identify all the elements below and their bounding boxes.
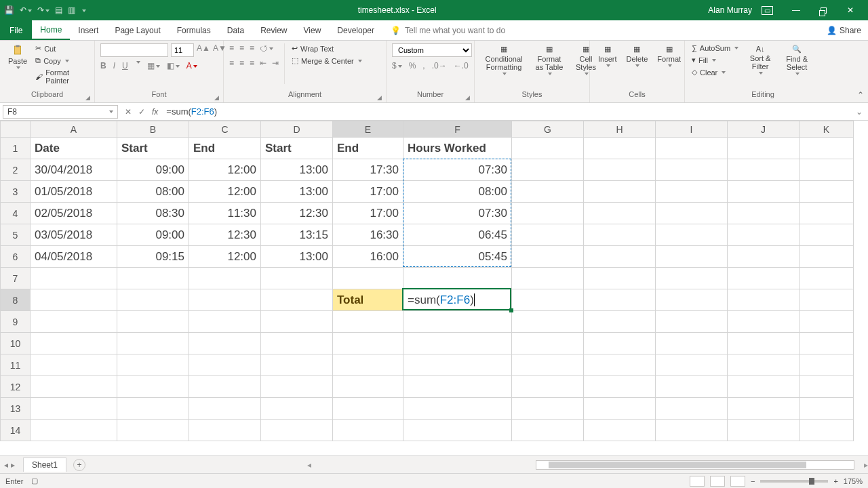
cell[interactable] — [403, 376, 512, 398]
page-layout-view-button[interactable] — [710, 476, 725, 487]
cell[interactable] — [333, 333, 403, 354]
tell-me-search[interactable]: 💡 Tell me what you want to do — [391, 20, 505, 40]
cell[interactable]: Total — [333, 289, 403, 311]
fill-button[interactable]: ▾Fill — [690, 55, 740, 65]
cell[interactable] — [800, 159, 854, 181]
column-header[interactable]: I — [656, 121, 728, 138]
cell[interactable] — [403, 268, 512, 289]
cell[interactable] — [512, 311, 584, 333]
column-header[interactable]: B — [117, 121, 189, 138]
cell[interactable]: 08:00 — [117, 181, 189, 203]
cell[interactable] — [189, 420, 261, 441]
cell[interactable] — [189, 398, 261, 420]
row-header[interactable]: 8 — [1, 289, 31, 311]
cell[interactable] — [512, 224, 584, 246]
delete-cells-button[interactable]: ▦Delete — [624, 43, 651, 68]
row-header[interactable]: 4 — [1, 203, 31, 224]
cell[interactable] — [117, 398, 189, 420]
cell[interactable] — [656, 354, 728, 376]
cell[interactable] — [728, 246, 800, 268]
copy-button[interactable]: ⧉Copy — [34, 56, 89, 66]
new-sheet-button[interactable]: + — [73, 459, 85, 471]
cell[interactable]: 08:00 — [403, 181, 512, 203]
tab-data[interactable]: Data — [219, 20, 252, 40]
cell[interactable] — [189, 311, 261, 333]
tab-view[interactable]: View — [296, 20, 330, 40]
column-header[interactable]: K — [800, 121, 854, 138]
cell[interactable] — [584, 354, 656, 376]
cell[interactable]: 17:30 — [333, 159, 403, 181]
cell[interactable] — [584, 420, 656, 441]
cell[interactable] — [512, 376, 584, 398]
cell[interactable] — [333, 376, 403, 398]
row-header[interactable]: 14 — [1, 420, 31, 441]
cell[interactable] — [512, 333, 584, 354]
cell[interactable] — [512, 268, 584, 289]
cell[interactable]: 16:00 — [333, 246, 403, 268]
cell[interactable] — [656, 398, 728, 420]
column-header[interactable]: H — [584, 121, 656, 138]
macro-record-icon[interactable]: ▢ — [31, 476, 38, 485]
cell[interactable] — [800, 246, 854, 268]
cancel-formula-icon[interactable]: ✕ — [125, 107, 132, 117]
tab-scroll-prev-icon[interactable]: ◂ — [307, 460, 311, 470]
cell[interactable]: 17:00 — [333, 203, 403, 224]
cell[interactable] — [584, 246, 656, 268]
user-name[interactable]: Alan Murray — [708, 5, 752, 15]
cell[interactable] — [403, 311, 512, 333]
cell[interactable] — [656, 203, 728, 224]
format-as-table-button[interactable]: ▦Format as Table — [532, 43, 567, 77]
undo-icon[interactable]: ↶ — [20, 5, 32, 15]
cell[interactable] — [261, 354, 333, 376]
cell[interactable] — [512, 398, 584, 420]
cell[interactable] — [584, 268, 656, 289]
cell[interactable] — [584, 203, 656, 224]
fill-handle[interactable] — [509, 308, 513, 312]
row-header[interactable]: 6 — [1, 246, 31, 268]
cell[interactable]: Start — [117, 138, 189, 159]
cell[interactable] — [584, 398, 656, 420]
number-format-select[interactable]: Custom — [392, 43, 472, 57]
cell[interactable] — [728, 311, 800, 333]
cell[interactable]: 13:00 — [261, 181, 333, 203]
cell[interactable]: 11:30 — [189, 203, 261, 224]
align-left-icon[interactable]: ≡ — [229, 58, 234, 68]
cell[interactable]: =sum(F2:F6) — [403, 289, 512, 311]
cell[interactable] — [656, 268, 728, 289]
cell[interactable] — [189, 333, 261, 354]
redo-icon[interactable]: ↷ — [37, 5, 50, 15]
cell[interactable] — [584, 289, 656, 311]
cell[interactable] — [656, 289, 728, 311]
cell[interactable] — [117, 376, 189, 398]
tab-home[interactable]: Home — [32, 20, 70, 40]
cell[interactable] — [800, 311, 854, 333]
orientation-icon[interactable]: ⭯ — [260, 43, 273, 53]
row-header[interactable]: 9 — [1, 311, 31, 333]
fill-color-button[interactable]: ◧ — [167, 61, 180, 70]
merge-center-button[interactable]: ⬚Merge & Center — [290, 56, 363, 66]
cell[interactable] — [728, 354, 800, 376]
cell[interactable] — [189, 376, 261, 398]
cell[interactable] — [728, 420, 800, 441]
cell[interactable] — [728, 224, 800, 246]
cell[interactable] — [584, 333, 656, 354]
close-button[interactable]: ✕ — [837, 0, 864, 20]
conditional-formatting-button[interactable]: ▦Conditional Formatting — [480, 43, 528, 77]
fx-icon[interactable]: fx — [152, 107, 158, 117]
zoom-out-button[interactable]: − — [751, 477, 755, 485]
cell[interactable] — [800, 224, 854, 246]
font-name-input[interactable] — [100, 43, 168, 57]
cell[interactable]: 12:00 — [189, 246, 261, 268]
decrease-indent-icon[interactable]: ⇤ — [260, 58, 267, 68]
font-color-button[interactable]: A — [186, 61, 197, 70]
cell[interactable]: 12:30 — [189, 224, 261, 246]
cell[interactable] — [728, 159, 800, 181]
cell[interactable] — [584, 376, 656, 398]
save-icon[interactable]: 💾 — [4, 5, 14, 15]
column-header[interactable]: G — [512, 121, 584, 138]
cell[interactable] — [403, 354, 512, 376]
row-header[interactable]: 10 — [1, 333, 31, 354]
qat-icon[interactable]: ▥ — [68, 5, 75, 15]
column-header[interactable]: F — [403, 121, 512, 138]
cell[interactable] — [800, 333, 854, 354]
